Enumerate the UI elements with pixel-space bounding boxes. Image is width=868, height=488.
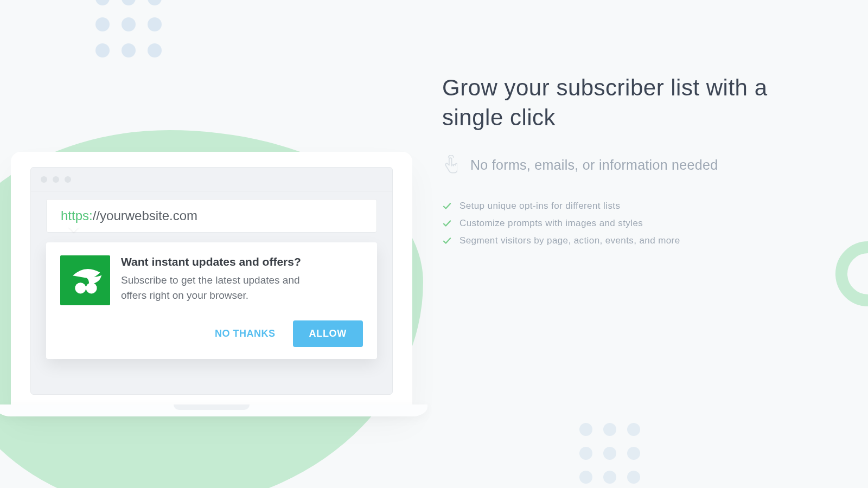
marketing-copy: Grow your subscriber list with a single … bbox=[442, 73, 789, 246]
laptop-base bbox=[0, 404, 427, 416]
list-item: Segment visitors by page, action, events… bbox=[442, 235, 789, 246]
tap-icon bbox=[442, 155, 457, 175]
decorative-dots-bottom bbox=[579, 423, 640, 484]
laptop-mockup: https://yourwebsite.com Want instant upd… bbox=[0, 152, 423, 423]
browser-window: https://yourwebsite.com Want instant upd… bbox=[30, 167, 393, 395]
allow-button[interactable]: ALLOW bbox=[293, 320, 363, 347]
window-dot-icon bbox=[65, 176, 71, 183]
url-scheme: https: bbox=[61, 208, 93, 223]
notification-prompt: Want instant updates and offers? Subscri… bbox=[46, 242, 377, 359]
feature-text: Segment visitors by page, action, events… bbox=[459, 235, 680, 246]
list-item: Setup unique opt-ins for different lists bbox=[442, 201, 789, 211]
decorative-ring bbox=[835, 241, 868, 306]
address-bar[interactable]: https://yourwebsite.com bbox=[46, 199, 377, 233]
window-dot-icon bbox=[41, 176, 47, 183]
browser-chrome bbox=[31, 168, 392, 191]
prompt-body: Subscribe to get the latest updates and … bbox=[121, 273, 327, 303]
decorative-dots-top bbox=[95, 0, 162, 57]
window-dot-icon bbox=[53, 176, 59, 183]
feature-text: Setup unique opt-ins for different lists bbox=[459, 201, 620, 211]
feature-text: Customize prompts with images and styles bbox=[459, 218, 643, 229]
svg-point-1 bbox=[86, 282, 97, 293]
list-item: Customize prompts with images and styles bbox=[442, 218, 789, 229]
subtitle: No forms, emails, or information needed bbox=[470, 157, 718, 173]
svg-rect-2 bbox=[85, 287, 88, 289]
svg-point-0 bbox=[75, 282, 86, 293]
page-title: Grow your subscriber list with a single … bbox=[442, 73, 789, 132]
feature-list: Setup unique opt-ins for different lists… bbox=[442, 201, 789, 246]
url-rest: //yourwebsite.com bbox=[93, 208, 197, 223]
site-logo-icon bbox=[60, 255, 110, 305]
check-icon bbox=[442, 219, 452, 228]
deny-button[interactable]: NO THANKS bbox=[203, 323, 288, 345]
check-icon bbox=[442, 236, 452, 246]
check-icon bbox=[442, 201, 452, 211]
prompt-title: Want instant updates and offers? bbox=[121, 255, 327, 268]
